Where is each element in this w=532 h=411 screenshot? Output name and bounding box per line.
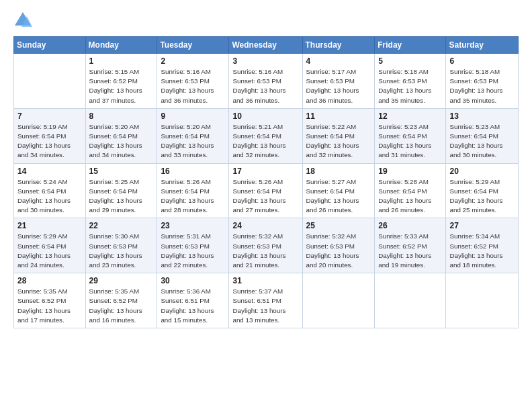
day-info: Sunrise: 5:37 AMSunset: 6:51 PMDaylight:… [232,287,298,325]
day-cell [446,273,519,328]
day-info: Sunrise: 5:26 AMSunset: 6:54 PMDaylight:… [161,177,225,216]
day-info: Sunrise: 5:23 AMSunset: 6:54 PMDaylight:… [449,122,515,161]
day-info: Sunrise: 5:19 AMSunset: 6:54 PMDaylight:… [17,122,82,161]
day-cell: 9Sunrise: 5:20 AMSunset: 6:54 PMDaylight… [157,108,229,163]
day-cell: 3Sunrise: 5:16 AMSunset: 6:53 PMDaylight… [229,54,302,109]
day-info: Sunrise: 5:34 AMSunset: 6:52 PMDaylight:… [449,232,515,270]
day-number: 3 [232,56,298,66]
week-row-5: 28Sunrise: 5:35 AMSunset: 6:52 PMDayligh… [14,273,519,328]
weekday-header-wednesday: Wednesday [229,37,302,54]
day-info: Sunrise: 5:31 AMSunset: 6:53 PMDaylight:… [161,232,225,270]
weekday-header-monday: Monday [85,37,157,54]
day-cell: 14Sunrise: 5:24 AMSunset: 6:54 PMDayligh… [14,163,86,218]
day-number: 28 [17,276,82,285]
day-cell: 17Sunrise: 5:26 AMSunset: 6:54 PMDayligh… [229,163,302,218]
day-number: 27 [449,221,515,230]
day-number: 17 [232,167,298,176]
day-number: 10 [232,111,298,121]
week-row-2: 7Sunrise: 5:19 AMSunset: 6:54 PMDaylight… [14,108,519,163]
day-number: 12 [378,111,442,121]
day-cell: 18Sunrise: 5:27 AMSunset: 6:54 PMDayligh… [302,163,375,218]
day-info: Sunrise: 5:20 AMSunset: 6:54 PMDaylight:… [89,122,154,161]
weekday-header-friday: Friday [375,37,446,54]
day-number: 8 [89,111,154,121]
page: SundayMondayTuesdayWednesdayThursdayFrid… [0,0,532,411]
day-cell: 25Sunrise: 5:32 AMSunset: 6:53 PMDayligh… [302,218,375,273]
day-info: Sunrise: 5:21 AMSunset: 6:54 PMDaylight:… [232,122,298,161]
day-number: 21 [17,221,82,230]
day-number: 31 [232,276,298,285]
week-row-3: 14Sunrise: 5:24 AMSunset: 6:54 PMDayligh… [14,163,519,218]
day-info: Sunrise: 5:29 AMSunset: 6:54 PMDaylight:… [449,177,515,216]
day-cell: 26Sunrise: 5:33 AMSunset: 6:52 PMDayligh… [375,218,446,273]
day-number: 5 [378,56,442,66]
day-number: 22 [89,221,154,230]
day-number: 30 [161,276,225,285]
day-cell: 5Sunrise: 5:18 AMSunset: 6:53 PMDaylight… [375,54,446,109]
day-info: Sunrise: 5:32 AMSunset: 6:53 PMDaylight:… [306,232,371,270]
day-info: Sunrise: 5:36 AMSunset: 6:51 PMDaylight:… [161,287,225,325]
day-cell: 8Sunrise: 5:20 AMSunset: 6:54 PMDaylight… [85,108,157,163]
weekday-header-tuesday: Tuesday [157,37,229,54]
day-cell: 31Sunrise: 5:37 AMSunset: 6:51 PMDayligh… [229,273,302,328]
weekday-header-row: SundayMondayTuesdayWednesdayThursdayFrid… [14,37,519,54]
weekday-header-thursday: Thursday [302,37,375,54]
day-number: 13 [449,111,515,121]
day-cell: 24Sunrise: 5:32 AMSunset: 6:53 PMDayligh… [229,218,302,273]
week-row-4: 21Sunrise: 5:29 AMSunset: 6:54 PMDayligh… [14,218,519,273]
day-cell: 12Sunrise: 5:23 AMSunset: 6:54 PMDayligh… [375,108,446,163]
day-number: 16 [161,167,225,176]
header [13,11,519,30]
day-number: 1 [89,56,154,66]
weekday-header-sunday: Sunday [14,37,86,54]
day-info: Sunrise: 5:33 AMSunset: 6:52 PMDaylight:… [378,232,442,270]
week-row-1: 1Sunrise: 5:15 AMSunset: 6:52 PMDaylight… [14,54,519,109]
day-cell [14,54,86,109]
day-info: Sunrise: 5:24 AMSunset: 6:54 PMDaylight:… [17,177,82,216]
day-cell: 22Sunrise: 5:30 AMSunset: 6:53 PMDayligh… [85,218,157,273]
day-info: Sunrise: 5:22 AMSunset: 6:54 PMDaylight:… [306,122,371,161]
day-info: Sunrise: 5:16 AMSunset: 6:53 PMDaylight:… [161,67,225,105]
day-info: Sunrise: 5:27 AMSunset: 6:54 PMDaylight:… [306,177,371,216]
day-info: Sunrise: 5:20 AMSunset: 6:54 PMDaylight:… [161,122,225,161]
day-cell: 19Sunrise: 5:28 AMSunset: 6:54 PMDayligh… [375,163,446,218]
day-cell: 27Sunrise: 5:34 AMSunset: 6:52 PMDayligh… [446,218,519,273]
day-cell: 1Sunrise: 5:15 AMSunset: 6:52 PMDaylight… [85,54,157,109]
day-number: 6 [449,56,515,66]
day-cell: 28Sunrise: 5:35 AMSunset: 6:52 PMDayligh… [14,273,86,328]
day-number: 23 [161,221,225,230]
day-cell: 7Sunrise: 5:19 AMSunset: 6:54 PMDaylight… [14,108,86,163]
day-info: Sunrise: 5:18 AMSunset: 6:53 PMDaylight:… [378,67,442,105]
day-cell: 4Sunrise: 5:17 AMSunset: 6:53 PMDaylight… [302,54,375,109]
day-number: 24 [232,221,298,230]
day-number: 14 [17,167,82,176]
day-number: 29 [89,276,154,285]
day-cell: 29Sunrise: 5:35 AMSunset: 6:52 PMDayligh… [85,273,157,328]
day-info: Sunrise: 5:18 AMSunset: 6:53 PMDaylight:… [449,67,515,105]
day-number: 25 [306,221,371,230]
day-info: Sunrise: 5:29 AMSunset: 6:54 PMDaylight:… [17,232,82,270]
day-number: 4 [306,56,371,66]
day-cell: 15Sunrise: 5:25 AMSunset: 6:54 PMDayligh… [85,163,157,218]
day-number: 20 [449,167,515,176]
day-info: Sunrise: 5:17 AMSunset: 6:53 PMDaylight:… [306,67,371,105]
day-number: 2 [161,56,225,66]
day-number: 19 [378,167,442,176]
day-info: Sunrise: 5:30 AMSunset: 6:53 PMDaylight:… [89,232,154,270]
day-cell: 16Sunrise: 5:26 AMSunset: 6:54 PMDayligh… [157,163,229,218]
day-info: Sunrise: 5:23 AMSunset: 6:54 PMDaylight:… [378,122,442,161]
day-cell: 10Sunrise: 5:21 AMSunset: 6:54 PMDayligh… [229,108,302,163]
day-cell: 23Sunrise: 5:31 AMSunset: 6:53 PMDayligh… [157,218,229,273]
day-number: 18 [306,167,371,176]
day-info: Sunrise: 5:32 AMSunset: 6:53 PMDaylight:… [232,232,298,270]
day-number: 26 [378,221,442,230]
day-cell: 11Sunrise: 5:22 AMSunset: 6:54 PMDayligh… [302,108,375,163]
day-cell [375,273,446,328]
day-number: 7 [17,111,82,121]
day-number: 11 [306,111,371,121]
day-cell: 20Sunrise: 5:29 AMSunset: 6:54 PMDayligh… [446,163,519,218]
day-cell: 30Sunrise: 5:36 AMSunset: 6:51 PMDayligh… [157,273,229,328]
day-cell [302,273,375,328]
day-info: Sunrise: 5:35 AMSunset: 6:52 PMDaylight:… [89,287,154,325]
day-number: 9 [161,111,225,121]
